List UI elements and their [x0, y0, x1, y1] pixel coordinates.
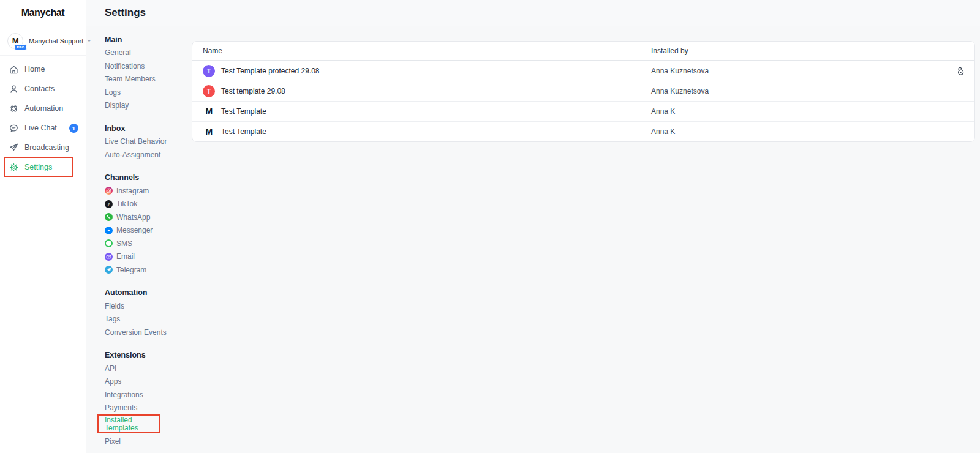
settings-nav-item-label: API	[105, 364, 116, 373]
settings-sub-nav: MainGeneralNotificationsTeam MembersLogs…	[86, 26, 192, 453]
settings-nav-item-email[interactable]: Email	[105, 250, 192, 264]
settings-section-extensions: Extensions	[105, 349, 192, 362]
whatsapp-icon	[105, 213, 113, 221]
template-name-cell: TTest template 29.08	[203, 85, 651, 97]
template-letter-avatar: T	[203, 85, 215, 97]
settings-nav-item-team-members[interactable]: Team Members	[105, 73, 192, 86]
settings-nav-item-label: Pixel	[105, 437, 121, 446]
settings-nav-item-conversion-events[interactable]: Conversion Events	[105, 326, 192, 339]
settings-nav-item-apps[interactable]: Apps	[105, 375, 192, 389]
settings-nav-item-payments[interactable]: Payments	[105, 402, 192, 415]
sidebar-item-label: Broadcasting	[24, 143, 69, 152]
sidebar-item-home[interactable]: Home	[0, 59, 86, 79]
settings-nav-item-auto-assignment[interactable]: Auto-Assignment	[105, 148, 192, 162]
settings-nav-item-pixel[interactable]: Pixel	[105, 435, 192, 448]
manychat-template-icon: M	[203, 125, 215, 138]
table-body: TTest Template protected 29.08Anna Kuzne…	[192, 61, 974, 141]
settings-nav-item-whatsapp[interactable]: WhatsApp	[105, 211, 192, 224]
workspace-selector[interactable]: M PRO Manychat Support ⌄	[0, 26, 86, 56]
sidebar-item-label: Contacts	[24, 84, 55, 93]
contacts-icon	[9, 84, 19, 94]
instagram-icon	[105, 187, 113, 195]
live-chat-count-badge: 1	[69, 124, 78, 133]
workspace-name: Manychat Support	[29, 37, 83, 45]
sidebar-item-automation[interactable]: Automation	[0, 99, 86, 118]
table-row[interactable]: MTest TemplateAnna K	[192, 101, 974, 121]
settings-nav-item-label: Auto-Assignment	[105, 151, 160, 159]
table-header-row: Name Installed by	[192, 42, 974, 61]
template-name-cell: MTest Template	[203, 105, 651, 118]
brand-logo: Manychat	[0, 0, 86, 26]
table-row[interactable]: TTest template 29.08Anna Kuznetsova	[192, 81, 974, 101]
main-area: Settings MainGeneralNotificationsTeam Me…	[86, 0, 980, 453]
settings-nav-item-label: General	[105, 48, 131, 57]
settings-nav-item-label: Installed Templates	[105, 416, 154, 432]
manychat-template-icon: M	[203, 105, 215, 118]
settings-nav-item-label: WhatsApp	[116, 213, 150, 222]
sidebar-item-live-chat[interactable]: Live Chat1	[0, 118, 86, 138]
settings-nav-item-instagram[interactable]: Instagram	[105, 184, 192, 198]
settings-nav-item-label: Messenger	[116, 226, 153, 234]
sidebar-item-settings[interactable]: Settings	[0, 157, 86, 177]
settings-nav-item-tiktok[interactable]: ♪TikTok	[105, 198, 192, 211]
home-icon	[9, 64, 19, 75]
settings-section-main: Main	[105, 33, 192, 47]
sidebar-item-label: Live Chat	[24, 124, 57, 132]
settings-nav-item-label: Apps	[105, 377, 121, 386]
tiktok-icon: ♪	[105, 200, 113, 208]
settings-nav-item-label: Payments	[105, 403, 137, 412]
settings-nav-item-label: Telegram	[116, 266, 146, 274]
settings-content: MainGeneralNotificationsTeam MembersLogs…	[86, 26, 980, 453]
template-letter-avatar: T	[203, 65, 215, 77]
broadcasting-icon	[9, 143, 19, 153]
sidebar-nav: HomeContactsAutomationLive Chat1Broadcas…	[0, 59, 86, 177]
settings-nav-item-label: Display	[105, 101, 129, 110]
page-title: Settings	[105, 7, 146, 19]
installed-by: Anna K	[651, 107, 949, 116]
settings-nav-item-label: Fields	[105, 302, 124, 310]
unlocked-padlock-icon	[955, 66, 966, 77]
table-row[interactable]: MTest TemplateAnna K	[192, 121, 974, 141]
column-header-name: Name	[203, 47, 651, 55]
template-name: Test Template	[221, 127, 266, 136]
settings-nav-item-general[interactable]: General	[105, 47, 192, 60]
template-name: Test template 29.08	[221, 87, 285, 95]
sidebar-item-label: Automation	[24, 104, 63, 113]
settings-nav-item-label: TikTok	[116, 200, 137, 208]
installed-by: Anna Kuznetsova	[651, 67, 949, 75]
email-icon	[105, 253, 113, 261]
template-name-cell: MTest Template	[203, 125, 651, 138]
settings-nav-item-label: Logs	[105, 88, 121, 97]
settings-nav-item-label: Team Members	[105, 75, 156, 83]
settings-nav-item-telegram[interactable]: Telegram	[105, 263, 192, 277]
settings-nav-item-label: SMS	[116, 239, 132, 248]
settings-nav-item-messenger[interactable]: Messenger	[105, 224, 192, 238]
sidebar-item-broadcasting[interactable]: Broadcasting	[0, 138, 86, 157]
settings-nav-item-display[interactable]: Display	[105, 99, 192, 113]
chevron-down-icon: ⌄	[86, 36, 91, 43]
pro-badge: PRO	[14, 44, 27, 50]
settings-nav-item-logs[interactable]: Logs	[105, 86, 192, 99]
settings-nav-item-label: Integrations	[105, 391, 143, 399]
sms-icon	[105, 239, 113, 247]
settings-nav-item-label: Instagram	[116, 187, 149, 195]
telegram-icon	[105, 266, 113, 274]
live-chat-icon	[9, 123, 19, 133]
settings-nav-item-tags[interactable]: Tags	[105, 313, 192, 326]
column-header-installed-by: Installed by	[651, 47, 949, 55]
settings-nav-item-sms[interactable]: SMS	[105, 237, 192, 250]
settings-nav-item-notifications[interactable]: Notifications	[105, 59, 192, 73]
settings-section-inbox: Inbox	[105, 122, 192, 135]
settings-nav-item-integrations[interactable]: Integrations	[105, 388, 192, 402]
table-row[interactable]: TTest Template protected 29.08Anna Kuzne…	[192, 61, 974, 81]
template-name-cell: TTest Template protected 29.08	[203, 65, 651, 77]
sidebar-item-contacts[interactable]: Contacts	[0, 79, 86, 99]
settings-nav-item-label: Tags	[105, 315, 120, 323]
page-header: Settings	[86, 0, 980, 26]
settings-nav-item-fields[interactable]: Fields	[105, 299, 192, 313]
templates-table-wrap: Name Installed by TTest Template protect…	[192, 26, 980, 453]
settings-nav-item-installed-templates[interactable]: Installed Templates	[105, 414, 192, 435]
settings-nav-item-api[interactable]: API	[105, 362, 192, 375]
settings-nav-item-live-chat-behavior[interactable]: Live Chat Behavior	[105, 135, 192, 149]
settings-nav-item-label: Email	[116, 252, 135, 261]
